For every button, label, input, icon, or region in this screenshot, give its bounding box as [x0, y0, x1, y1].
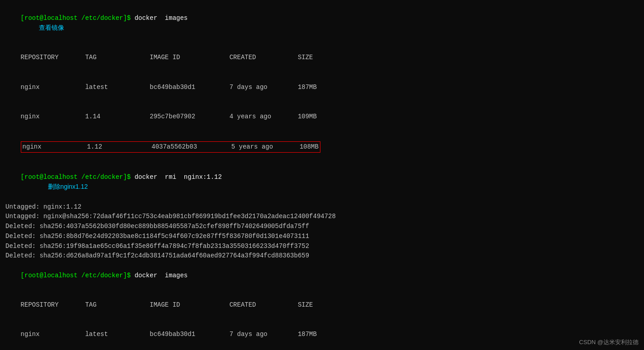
header-1: REPOSITORY TAG IMAGE ID CREATED SIZE [5, 43, 639, 73]
line-images-2: [root@localhost /etc/docker]$ docker ima… [5, 261, 639, 290]
line-1: [root@localhost /etc/docker]$ docker ima… [5, 4, 639, 43]
cmd-rmi-112: docker rmi nginx:1.12 [135, 173, 222, 181]
row-nginx-latest-1: nginx latest bc649bab30d1 7 days ago 187… [5, 73, 639, 102]
nginx-112-row-box: nginx 1.12 4037a5562b03 5 years ago 108M… [21, 141, 320, 153]
watermark: CSDN @达米安利拉德 [579, 338, 639, 346]
cmd-images-2: docker images [135, 272, 188, 279]
terminal: [root@localhost /etc/docker]$ docker ima… [0, 0, 644, 350]
annotation-1: 查看镜像 [39, 24, 64, 31]
untagged-112: Untagged: nginx:1.12 [5, 202, 639, 212]
line-rmi-112: [root@localhost /etc/docker]$ docker rmi… [5, 163, 639, 202]
deleted-1: Deleted: sha256:4037a5562b030fd80ec889bb… [5, 222, 639, 232]
row-nginx-114-1: nginx 1.14 295c7be07902 4 years ago 109M… [5, 102, 639, 131]
cmd-1: docker images [135, 14, 188, 22]
row-nginx-latest-2: nginx latest bc649bab30d1 7 days ago 187… [5, 320, 639, 349]
deleted-2: Deleted: sha256:8b8d76e24d92203bae8c1184… [5, 232, 639, 242]
untagged-sha-112: Untagged: nginx@sha256:72daaf46f11cc753c… [5, 212, 639, 222]
deleted-4: Deleted: sha256:d626a8ad97a1f9c1f2c4db38… [5, 251, 639, 261]
row-nginx-112: nginx 1.12 4037a5562b03 5 years ago 108M… [5, 131, 639, 163]
annotation-rmi-112: 删除nginx1.12 [48, 183, 88, 190]
header-2: REPOSITORY TAG IMAGE ID CREATED SIZE [5, 290, 639, 320]
prompt-1: [root@localhost /etc/docker]$ [21, 14, 135, 22]
deleted-3: Deleted: sha256:19f98a1ae65cc06a1f35e86f… [5, 242, 639, 252]
